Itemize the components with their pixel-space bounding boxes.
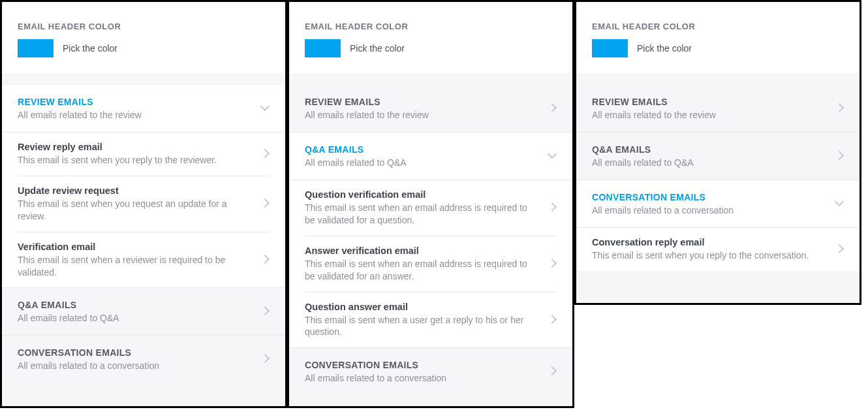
group-text: Q&A EMAILS All emails related to Q&A xyxy=(592,144,827,168)
bottom-gap xyxy=(2,383,285,406)
item-sub: This email is sent when a user get a rep… xyxy=(305,314,535,339)
settings-panel-review: EMAIL HEADER COLOR Pick the color REVIEW… xyxy=(0,0,287,408)
chevron-right-icon xyxy=(260,307,270,316)
chevron-right-icon xyxy=(835,104,844,113)
chevron-right-icon xyxy=(548,203,557,212)
chevron-down-icon xyxy=(260,104,270,113)
group-title: CONVERSATION EMAILS xyxy=(592,192,827,202)
group-qa-emails[interactable]: Q&A EMAILS All emails related to Q&A xyxy=(576,133,860,180)
group-sub: All emails related to a conversation xyxy=(18,360,253,371)
item-verification[interactable]: Verification email This email is sent wh… xyxy=(2,232,285,288)
chevron-right-icon xyxy=(835,245,844,254)
divider-gap xyxy=(2,73,285,85)
group-text: CONVERSATION EMAILS All emails related t… xyxy=(18,347,253,371)
group-qa-emails[interactable]: Q&A EMAILS All emails related to Q&A xyxy=(289,133,572,180)
group-review-emails[interactable]: REVIEW EMAILS All emails related to the … xyxy=(576,85,860,133)
item-sub: This email is sent when you request an u… xyxy=(18,198,247,223)
group-sub: All emails related to Q&A xyxy=(305,157,540,168)
group-title: Q&A EMAILS xyxy=(18,300,253,310)
chevron-right-icon xyxy=(260,199,270,208)
item-text: Conversation reply email This email is s… xyxy=(592,237,827,262)
color-row: Pick the color xyxy=(592,39,844,57)
chevron-right-icon xyxy=(548,315,557,325)
group-text: Q&A EMAILS All emails related to Q&A xyxy=(305,144,540,168)
header-section: EMAIL HEADER COLOR Pick the color xyxy=(289,2,572,73)
item-update-review[interactable]: Update review request This email is sent… xyxy=(2,176,285,232)
chevron-right-icon xyxy=(260,255,270,264)
item-text: Answer verification email This email is … xyxy=(305,246,540,283)
email-header-color-label: EMAIL HEADER COLOR xyxy=(305,22,557,31)
item-sub: This email is sent when you reply to the… xyxy=(18,154,247,166)
group-sub: All emails related to the review xyxy=(305,110,540,120)
group-text: REVIEW EMAILS All emails related to the … xyxy=(592,97,827,120)
chevron-right-icon xyxy=(548,367,557,376)
group-title: REVIEW EMAILS xyxy=(305,97,540,107)
email-header-color-label: EMAIL HEADER COLOR xyxy=(592,22,844,31)
chevron-right-icon xyxy=(835,151,844,161)
item-question-verification[interactable]: Question verification email This email i… xyxy=(289,180,572,236)
group-title: Q&A EMAILS xyxy=(305,144,540,155)
color-swatch[interactable] xyxy=(592,39,628,57)
bottom-gap xyxy=(576,271,860,303)
item-text: Verification email This email is sent wh… xyxy=(18,242,253,279)
item-sub: This email is sent when you reply to the… xyxy=(592,249,822,262)
group-title: CONVERSATION EMAILS xyxy=(305,360,540,370)
chevron-right-icon xyxy=(548,104,557,113)
group-text: REVIEW EMAILS All emails related to the … xyxy=(305,97,540,120)
group-text: Q&A EMAILS All emails related to Q&A xyxy=(18,300,253,323)
email-header-color-label: EMAIL HEADER COLOR xyxy=(18,22,270,31)
group-sub: All emails related to a conversation xyxy=(305,373,540,383)
group-conversation-emails[interactable]: CONVERSATION EMAILS All emails related t… xyxy=(289,348,572,395)
chevron-down-icon xyxy=(835,199,844,208)
item-title: Question verification email xyxy=(305,189,535,200)
item-title: Review reply email xyxy=(18,142,247,152)
group-title: REVIEW EMAILS xyxy=(592,97,827,107)
group-title: CONVERSATION EMAILS xyxy=(18,347,253,358)
item-text: Question answer email This email is sent… xyxy=(305,302,540,339)
item-review-reply[interactable]: Review reply email This email is sent wh… xyxy=(2,133,285,176)
item-text: Question verification email This email i… xyxy=(305,189,540,227)
item-title: Conversation reply email xyxy=(592,237,822,247)
group-sub: All emails related to the review xyxy=(592,110,827,120)
item-text: Review reply email This email is sent wh… xyxy=(18,142,253,166)
group-sub: All emails related to a conversation xyxy=(592,205,827,215)
color-row: Pick the color xyxy=(18,39,270,57)
group-qa-emails[interactable]: Q&A EMAILS All emails related to Q&A xyxy=(2,288,285,336)
group-text: CONVERSATION EMAILS All emails related t… xyxy=(592,192,827,215)
item-conversation-reply[interactable]: Conversation reply email This email is s… xyxy=(576,228,860,271)
chevron-right-icon xyxy=(260,355,270,364)
group-text: CONVERSATION EMAILS All emails related t… xyxy=(305,360,540,383)
item-title: Update review request xyxy=(18,185,247,196)
group-title: Q&A EMAILS xyxy=(592,144,827,155)
color-swatch[interactable] xyxy=(18,39,54,57)
settings-panel-qa: EMAIL HEADER COLOR Pick the color REVIEW… xyxy=(287,0,574,408)
group-conversation-emails[interactable]: CONVERSATION EMAILS All emails related t… xyxy=(576,180,860,228)
item-title: Question answer email xyxy=(305,302,535,312)
bottom-gap xyxy=(289,395,572,406)
item-text: Update review request This email is sent… xyxy=(18,185,253,223)
group-review-emails[interactable]: REVIEW EMAILS All emails related to the … xyxy=(2,85,285,133)
item-title: Verification email xyxy=(18,242,247,252)
item-sub: This email is sent when a reviewer is re… xyxy=(18,254,247,279)
group-review-emails[interactable]: REVIEW EMAILS All emails related to the … xyxy=(289,85,572,133)
group-sub: All emails related to Q&A xyxy=(18,313,253,323)
chevron-right-icon xyxy=(260,150,270,159)
settings-panel-conversation: EMAIL HEADER COLOR Pick the color REVIEW… xyxy=(574,0,861,305)
item-question-answer[interactable]: Question answer email This email is sent… xyxy=(289,293,572,348)
color-swatch[interactable] xyxy=(305,39,341,57)
item-title: Answer verification email xyxy=(305,246,535,256)
group-conversation-emails[interactable]: CONVERSATION EMAILS All emails related t… xyxy=(2,336,285,383)
chevron-down-icon xyxy=(548,151,557,161)
group-sub: All emails related to Q&A xyxy=(592,157,827,168)
header-section: EMAIL HEADER COLOR Pick the color xyxy=(576,2,860,73)
chevron-right-icon xyxy=(548,259,557,268)
pick-color-text[interactable]: Pick the color xyxy=(350,43,405,54)
item-sub: This email is sent when an email address… xyxy=(305,202,535,227)
divider-gap xyxy=(576,73,860,85)
pick-color-text[interactable]: Pick the color xyxy=(637,43,692,54)
pick-color-text[interactable]: Pick the color xyxy=(63,43,117,54)
header-section: EMAIL HEADER COLOR Pick the color xyxy=(2,2,285,73)
item-answer-verification[interactable]: Answer verification email This email is … xyxy=(289,236,572,292)
divider-gap xyxy=(289,73,572,85)
group-sub: All emails related to the review xyxy=(18,110,253,120)
